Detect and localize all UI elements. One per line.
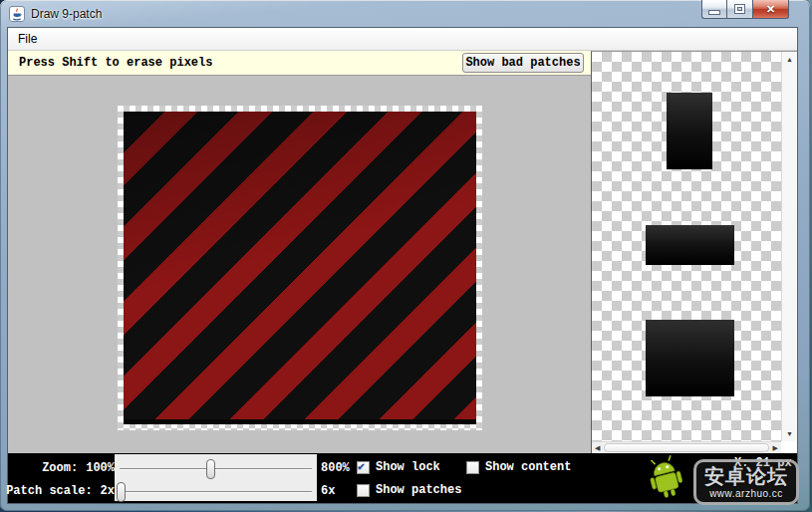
show-patches-label: Show patches (376, 483, 461, 497)
scroll-left-icon[interactable]: ◀ (595, 444, 600, 451)
app-window: Draw 9-patch ✕ File Press Shift to erase… (0, 0, 810, 511)
zoom-max-label: 800% (321, 461, 350, 475)
zoom-slider-track[interactable] (120, 468, 312, 470)
hint-bar: Press Shift to erase pixels Show bad pat… (8, 51, 591, 76)
patch-scale-min-label: 2x (101, 484, 115, 498)
scroll-up-icon[interactable]: ▲ (786, 56, 793, 63)
ninepatch-border (118, 106, 482, 430)
ninepatch-canvas[interactable] (124, 112, 476, 424)
show-lock-label: Show lock (376, 460, 440, 474)
patch-scale-label: Patch scale: (6, 484, 92, 498)
zoom-label: Zoom: (42, 461, 78, 475)
client-area: File Press Shift to erase pixels Show ba… (8, 28, 797, 503)
show-bad-patches-button[interactable]: Show bad patches (462, 53, 584, 73)
preview-stretched-vertical (667, 93, 712, 169)
show-lock-checkbox[interactable]: ✔ Show lock (357, 460, 440, 474)
scroll-right-icon[interactable]: ▶ (773, 444, 778, 451)
preview-stretched-both (646, 320, 734, 396)
preview-stretched-horizontal (646, 225, 734, 265)
title-bar[interactable]: Draw 9-patch ✕ (0, 0, 810, 28)
slider-panel (115, 454, 317, 501)
close-button[interactable]: ✕ (753, 0, 789, 19)
show-patches-checkbox[interactable]: Show patches (357, 483, 461, 497)
hint-message: Press Shift to erase pixels (19, 56, 212, 70)
show-content-label: Show content (485, 460, 571, 474)
patch-scale-slider-track[interactable] (120, 491, 312, 493)
zoom-slider-thumb[interactable] (206, 459, 215, 479)
cursor-coordinate: X: 21 px (734, 456, 792, 470)
preview-panel: ▲ ▼ ◀ ▶ (591, 51, 797, 453)
scroll-down-icon[interactable]: ▼ (786, 430, 793, 437)
maximize-icon (735, 5, 744, 13)
minimize-icon (709, 11, 719, 14)
checkbox-box (357, 484, 370, 497)
menu-bar: File (8, 28, 797, 51)
checkmark-icon: ✔ (358, 459, 365, 474)
checkbox-box: ✔ (357, 461, 370, 474)
checkbox-box (466, 461, 479, 474)
close-icon: ✕ (766, 3, 775, 16)
minimize-button[interactable] (701, 0, 726, 19)
window-title: Draw 9-patch (31, 0, 102, 28)
preview-area (592, 52, 781, 441)
zoom-min-label: 100% (86, 461, 115, 475)
control-bar: Zoom:100% Patch scale:2x 800% 6x ✔ Show … (8, 453, 797, 503)
preview-horizontal-scrollbar[interactable]: ◀ ▶ (592, 441, 781, 453)
ninepatch-editor (8, 76, 591, 453)
menu-file[interactable]: File (8, 28, 47, 50)
patch-scale-slider-thumb[interactable] (117, 482, 126, 502)
maximize-button[interactable] (726, 0, 753, 19)
show-content-checkbox[interactable]: Show content (466, 460, 571, 474)
horizontal-scroll-thumb[interactable] (604, 443, 769, 452)
java-app-icon (9, 6, 25, 22)
preview-vertical-scrollbar[interactable]: ▲ ▼ (781, 52, 797, 441)
patch-scale-max-label: 6x (321, 484, 335, 498)
